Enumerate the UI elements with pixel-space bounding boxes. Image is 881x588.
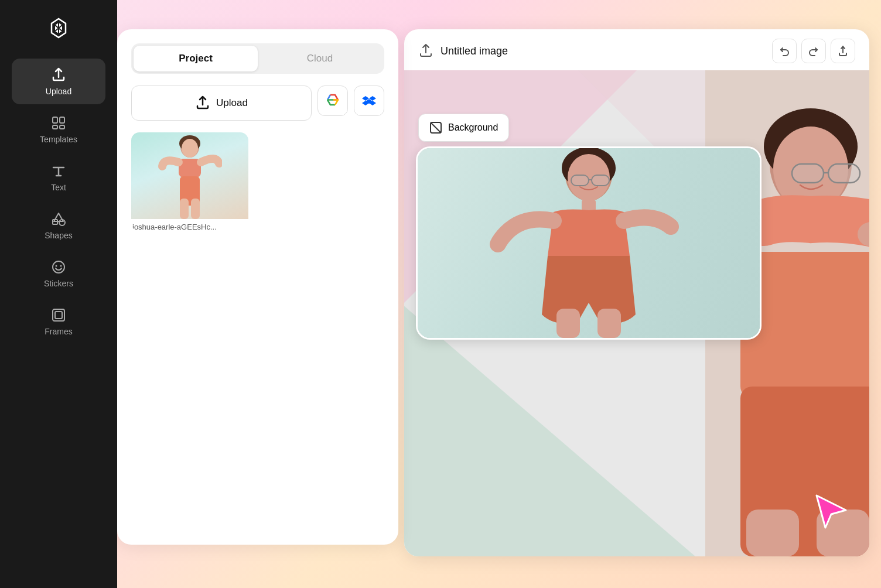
main-image-inner [418, 148, 760, 338]
upload-buttons-row: Upload [131, 86, 384, 121]
svg-rect-44 [746, 510, 799, 556]
svg-rect-16 [180, 199, 189, 219]
google-drive-button[interactable] [317, 86, 348, 116]
redo-button[interactable] [801, 39, 826, 63]
svg-rect-30 [592, 175, 609, 186]
sidebar-upload-label: Upload [46, 87, 71, 96]
svg-rect-2 [53, 125, 57, 129]
canvas-actions [772, 39, 855, 63]
sidebar-frames-label: Frames [45, 327, 72, 336]
background-icon [429, 121, 442, 134]
svg-rect-3 [60, 125, 64, 129]
svg-rect-17 [191, 199, 200, 219]
main-image-frame[interactable] [416, 146, 762, 340]
tab-cloud[interactable]: Cloud [258, 46, 382, 71]
svg-rect-10 [55, 312, 62, 319]
svg-rect-1 [60, 117, 64, 123]
sidebar-stickers-label: Stickers [44, 279, 73, 288]
svg-rect-29 [571, 175, 589, 186]
svg-line-23 [431, 122, 441, 133]
canvas-title-area: Untitled image [418, 43, 508, 59]
svg-point-8 [60, 265, 62, 267]
svg-rect-39 [792, 164, 824, 183]
svg-rect-0 [53, 117, 57, 123]
canvas-upload-icon [418, 43, 433, 59]
upload-main-button[interactable]: Upload [131, 86, 312, 121]
svg-rect-32 [582, 200, 596, 211]
upload-button-label: Upload [216, 97, 248, 109]
cursor-arrow [811, 490, 852, 533]
svg-rect-34 [597, 309, 621, 338]
svg-rect-40 [828, 164, 860, 183]
svg-rect-33 [556, 309, 580, 338]
app-logo [42, 12, 75, 45]
background-button[interactable]: Background [418, 114, 509, 142]
sidebar-item-shapes[interactable]: Shapes [12, 203, 105, 248]
sidebar-shapes-label: Shapes [45, 231, 72, 240]
canvas-header: Untitled image [404, 29, 869, 73]
export-button[interactable] [831, 39, 855, 63]
sidebar-item-frames[interactable]: Frames [12, 299, 105, 344]
svg-point-13 [182, 139, 198, 158]
sidebar-item-text[interactable]: Text [12, 155, 105, 200]
upload-tabs: Project Cloud [131, 43, 384, 74]
background-button-label: Background [448, 122, 498, 133]
canvas-area: Untitled image [404, 29, 869, 556]
canvas-background: Background [404, 70, 869, 556]
tab-project[interactable]: Project [134, 46, 258, 71]
svg-point-6 [53, 261, 64, 273]
dropbox-button[interactable] [354, 86, 384, 116]
thumbnail-preview [131, 132, 248, 219]
undo-button[interactable] [772, 39, 797, 63]
sidebar-text-label: Text [51, 183, 66, 192]
sidebar-item-upload[interactable]: Upload [12, 59, 105, 104]
main-woman-figure [489, 148, 688, 338]
sidebar: Upload Templates Text Shapes Sti [0, 0, 117, 588]
thumbnail-filename: joshua-earle-aGEEsHc... [131, 223, 248, 231]
media-thumbnail[interactable]: joshua-earle-aGEEsHc... [131, 132, 248, 231]
sidebar-item-stickers[interactable]: Stickers [12, 251, 105, 296]
sidebar-templates-label: Templates [40, 135, 77, 144]
canvas-title: Untitled image [440, 45, 508, 57]
upload-panel: Project Cloud Upload [117, 29, 398, 545]
svg-point-7 [56, 265, 57, 267]
sidebar-item-templates[interactable]: Templates [12, 107, 105, 152]
